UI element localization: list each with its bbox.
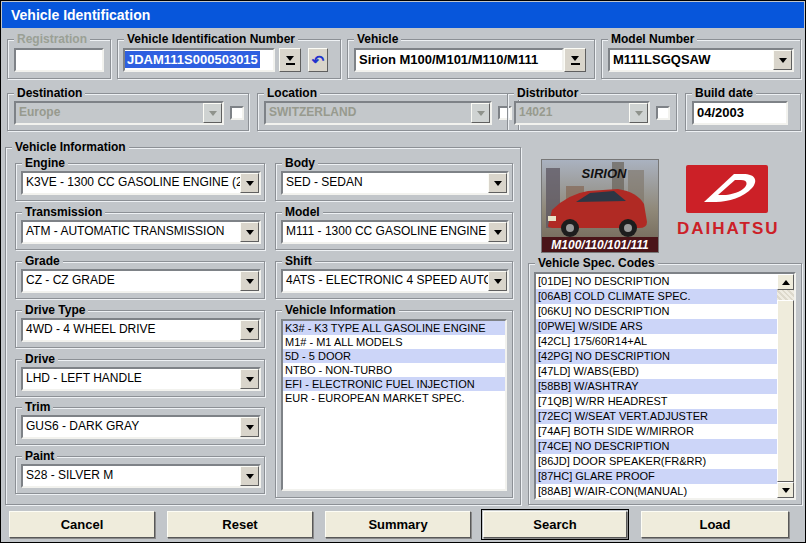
chevron-down-icon [571, 56, 579, 61]
info-list-label: Vehicle Information [282, 303, 399, 317]
registration-input[interactable] [14, 48, 104, 72]
spec-codes-label: Vehicle Spec. Codes [535, 256, 658, 270]
destination-group: Destination Europe [7, 93, 249, 131]
info-list-item[interactable]: 5D - 5 DOOR [283, 349, 505, 363]
dropdown-underline [286, 63, 295, 65]
title-bar[interactable]: Vehicle Identification [2, 2, 804, 28]
drive-type-combobox[interactable]: 4WD - 4 WHEEL DRIVE [21, 318, 261, 342]
spec-code-item[interactable]: [87HC] GLARE PROOF [536, 469, 777, 484]
info-list-item[interactable]: K3# - K3 TYPE ALL GASOLINE ENGINE [283, 321, 505, 335]
registration-label: Registration [14, 32, 90, 46]
spec-code-item[interactable]: [47LD] W/ABS(EBD) [536, 364, 777, 379]
chevron-down-icon [494, 279, 502, 284]
scroll-up-button[interactable] [777, 274, 794, 290]
scrollbar-thumb[interactable] [777, 300, 794, 482]
engine-combobox[interactable]: K3VE - 1300 CC GASOLINE ENGINE (200005 [21, 171, 261, 195]
info-listbox[interactable]: K3# - K3 TYPE ALL GASOLINE ENGINEM1# - M… [281, 319, 507, 491]
model-number-combobox[interactable]: M111LSGQSAW [608, 48, 794, 72]
undo-icon: ↶ [312, 53, 325, 68]
model-number-dropdown-button[interactable] [773, 50, 792, 70]
info-list-item[interactable]: M1# - M1 ALL MODELS [283, 335, 505, 349]
grade-group: Grade CZ - CZ GRADE [15, 261, 265, 299]
body-combobox[interactable]: SED - SEDAN [281, 171, 509, 195]
info-list-item[interactable]: NTBO - NON-TURBO [283, 363, 505, 377]
engine-label: Engine [22, 156, 68, 170]
distributor-combobox: 14021 [514, 101, 650, 125]
engine-group: Engine K3VE - 1300 CC GASOLINE ENGINE (2… [15, 163, 265, 201]
drive-type-dropdown-button[interactable] [240, 320, 259, 340]
chevron-down-icon [494, 230, 502, 235]
spec-code-item[interactable]: [74CE] NO DESCRIPTION [536, 439, 777, 454]
model-combobox[interactable]: M111 - 1300 CC GASOLINE ENGINE (K3 ENG [281, 220, 509, 244]
spec-codes-scrollbar[interactable] [777, 274, 794, 498]
reset-button[interactable]: Reset [167, 511, 313, 538]
destination-combobox: Europe [14, 101, 224, 125]
drive-type-label: Drive Type [22, 303, 88, 317]
spec-code-item[interactable]: [0PWE] W/SIDE ARS [536, 319, 777, 334]
window-title: Vehicle Identification [11, 7, 150, 23]
spec-codes-listbox[interactable]: [01DE] NO DESCRIPTION[06AB] COLD CLIMATE… [534, 272, 796, 500]
vehicle-combobox[interactable]: Sirion M100/M101/M110/M111 [354, 48, 564, 72]
chevron-down-icon [246, 377, 254, 382]
spec-code-item[interactable]: [71QB] W/RR HEADREST [536, 394, 777, 409]
spec-code-item[interactable]: [86JD] DOOR SPEAKER(FR&RR) [536, 454, 777, 469]
drive-combobox[interactable]: LHD - LEFT HANDLE [21, 367, 261, 391]
spec-code-item[interactable]: [06KU] NO DESCRIPTION [536, 304, 777, 319]
shift-group: Shift 4ATS - ELECTRONIC 4 SPEED AUTOMATI… [275, 261, 513, 299]
cancel-button[interactable]: Cancel [9, 511, 155, 538]
vehicle-identification-window: Vehicle Identification Registration Vehi… [0, 0, 806, 543]
trim-group: Trim GUS6 - DARK GRAY [15, 407, 265, 445]
vin-dropdown-button[interactable] [279, 48, 301, 72]
arrow-up-icon [782, 280, 790, 285]
paint-label: Paint [22, 449, 57, 463]
vehicle-group: Vehicle Sirion M100/M101/M110/M111 [347, 39, 595, 79]
shift-dropdown-button[interactable] [488, 271, 507, 291]
drive-dropdown-button[interactable] [240, 369, 259, 389]
info-list-item[interactable]: EUR - EUROPEAN MARKET SPEC. [283, 391, 505, 405]
paint-combobox[interactable]: S28 - SILVER M [21, 464, 261, 488]
load-button[interactable]: Load [641, 511, 789, 538]
grade-label: Grade [22, 254, 63, 268]
spec-code-item[interactable]: [88AB] W/AIR-CON(MANUAL) [536, 484, 777, 499]
transmission-combobox[interactable]: ATM - AUTOMATIC TRANSMISSION [21, 220, 261, 244]
vehicle-dropdown-button[interactable] [564, 48, 586, 72]
distributor-group: Distributor 14021 [507, 93, 677, 131]
build-date-label: Build date [692, 86, 756, 100]
drive-group: Drive LHD - LEFT HANDLE [15, 359, 265, 397]
trim-combobox[interactable]: GUS6 - DARK GRAY [21, 415, 261, 439]
chevron-down-icon [246, 425, 254, 430]
spec-code-item[interactable]: [42PG] NO DESCRIPTION [536, 349, 777, 364]
model-dropdown-button[interactable] [488, 222, 507, 242]
paint-dropdown-button[interactable] [240, 466, 259, 486]
spec-code-item[interactable]: [58BB] W/ASHTRAY [536, 379, 777, 394]
transmission-label: Transmission [22, 205, 105, 219]
location-label: Location [264, 86, 320, 100]
spec-code-item[interactable]: [01DE] NO DESCRIPTION [536, 274, 777, 289]
engine-dropdown-button[interactable] [240, 173, 259, 193]
trim-dropdown-button[interactable] [240, 417, 259, 437]
chevron-down-icon [246, 328, 254, 333]
spec-code-item[interactable]: [74AF] BOTH SIDE W/MIRROR [536, 424, 777, 439]
build-date-input[interactable]: 04/2003 [692, 101, 788, 125]
summary-button[interactable]: Summary [325, 511, 471, 538]
spec-code-item[interactable]: [42CL] 175/60R14+AL [536, 334, 777, 349]
transmission-dropdown-button[interactable] [240, 222, 259, 242]
vehicle-information-group-label: Vehicle Information [12, 140, 129, 154]
vin-input[interactable]: JDAM111S000503015 [123, 48, 275, 72]
shift-combobox[interactable]: 4ATS - ELECTRONIC 4 SPEED AUTOMATIC [281, 269, 509, 293]
chevron-down-icon [779, 58, 787, 63]
scroll-down-button[interactable] [777, 482, 794, 498]
search-button[interactable]: Search [483, 511, 627, 538]
grade-dropdown-button[interactable] [240, 271, 259, 291]
spec-code-item[interactable]: [06AB] COLD CLIMATE SPEC. [536, 289, 777, 304]
grade-combobox[interactable]: CZ - CZ GRADE [21, 269, 261, 293]
chevron-down-icon [246, 230, 254, 235]
vin-group: Vehicle Identification Number JDAM111S00… [117, 39, 341, 79]
info-list-item[interactable]: EFI - ELECTRONIC FUEL INJECTION [283, 377, 505, 391]
spec-code-item[interactable]: [72EC] W/SEAT VERT.ADJUSTER [536, 409, 777, 424]
body-dropdown-button[interactable] [488, 173, 507, 193]
destination-checkbox[interactable] [230, 106, 244, 120]
location-combobox: SWITZERLAND [264, 101, 492, 125]
vin-undo-button[interactable]: ↶ [308, 48, 328, 72]
distributor-checkbox[interactable] [656, 106, 670, 120]
